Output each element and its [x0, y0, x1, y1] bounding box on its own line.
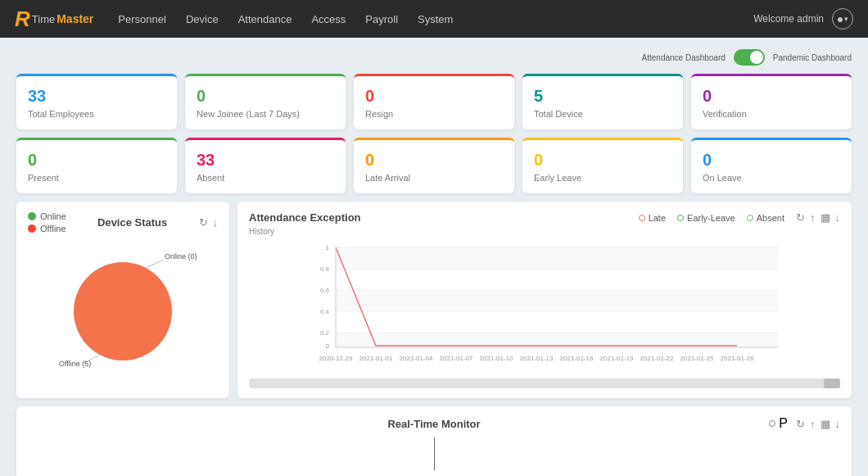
device-status-card: Online Offline Device Status ↻ ↓ — [16, 202, 229, 398]
scrollbar-thumb[interactable] — [824, 379, 840, 388]
offline-slice — [74, 262, 172, 360]
stat-value-verification: 0 — [703, 86, 840, 106]
stats-row-1: 33 Total Employees 0 New Joinee (Last 7 … — [16, 74, 852, 129]
stat-present[interactable]: 0 Present — [16, 138, 177, 193]
stat-label-resign: Resign — [365, 109, 503, 119]
band-2 — [336, 290, 778, 311]
y-label-2: 0.8 — [320, 265, 330, 273]
x-label-4: 2021-01-10 — [480, 355, 513, 362]
chart-icon-att[interactable]: ▦ — [821, 211, 830, 224]
stat-label-absent: Absent — [197, 173, 334, 183]
stat-value-present: 0 — [28, 150, 165, 170]
toggle-row: Attendance Dashboard Pandemic Dashboard — [16, 49, 852, 66]
stat-total-device[interactable]: 5 Total Device — [522, 74, 683, 129]
legend-online: Online — [28, 211, 66, 221]
device-legend: Online Offline — [28, 211, 66, 233]
offline-pie-label: Offline (5) — [59, 360, 91, 368]
device-status-header: Online Offline Device Status ↻ ↓ — [28, 211, 218, 233]
download-icon-att[interactable]: ↓ — [835, 211, 841, 224]
nav-personnel[interactable]: Personnel — [118, 11, 166, 27]
attendance-dashboard-label: Attendance Dashboard — [642, 53, 726, 62]
logo-r-icon: R — [15, 8, 30, 29]
stat-verification[interactable]: 0 Verification — [691, 74, 852, 129]
download-icon[interactable]: ↓ — [213, 216, 219, 229]
device-pie-chart: Online (0) Offline (5) — [49, 242, 197, 373]
logo-time-text: Time — [32, 13, 55, 25]
stat-label-new-joinee: New Joinee (Last 7 Days) — [197, 109, 334, 119]
offline-label: Offline — [40, 224, 66, 233]
monitor-line-container — [28, 437, 840, 470]
refresh-icon-monitor[interactable]: ↻ — [796, 418, 805, 430]
nav-access[interactable]: Access — [311, 11, 346, 27]
x-label-10: 2021-01-28 — [721, 355, 754, 362]
stat-resign[interactable]: 0 Resign — [354, 74, 514, 129]
legend-early-leave: Early-Leave — [677, 213, 735, 223]
upload-icon-att[interactable]: ↑ — [810, 211, 816, 224]
realtime-monitor-card: Real-Time Monitor P ↻ ↑ ▦ ↓ — [16, 406, 852, 476]
device-status-actions: ↻ ↓ — [199, 216, 219, 229]
stat-label-present: Present — [28, 173, 165, 183]
stat-value-on-leave: 0 — [703, 150, 840, 170]
stat-label-total-employees: Total Employees — [28, 109, 165, 119]
upload-icon-monitor[interactable]: ↑ — [810, 418, 816, 430]
band-1 — [336, 247, 778, 269]
refresh-icon-att[interactable]: ↻ — [796, 211, 805, 224]
charts-row: Online Offline Device Status ↻ ↓ — [16, 202, 852, 398]
stat-late-arrival[interactable]: 0 Late Arrival — [354, 138, 514, 193]
nav-payroll[interactable]: Payroll — [365, 11, 398, 27]
monitor-header: Real-Time Monitor P ↻ ↑ ▦ ↓ — [28, 416, 840, 431]
stat-label-total-device: Total Device — [534, 109, 671, 119]
monitor-actions: ↻ ↑ ▦ ↓ — [796, 418, 840, 430]
online-label: Online — [40, 211, 66, 221]
x-label-7: 2021-01-19 — [600, 355, 634, 362]
x-label-2: 2021-01-04 — [400, 355, 433, 362]
stat-new-joinee[interactable]: 0 New Joinee (Last 7 Days) — [185, 74, 346, 129]
monitor-dot — [769, 420, 775, 427]
nav-attendance[interactable]: Attendance — [238, 11, 292, 27]
attendance-exception-card: Attendance Exception Late Early-Leave — [237, 202, 852, 398]
x-label-6: 2021-01-16 — [560, 355, 594, 362]
nav-device[interactable]: Device — [186, 11, 219, 27]
navbar: R Time Master Personnel Device Attendanc… — [0, 0, 868, 38]
stat-total-employees[interactable]: 33 Total Employees — [16, 74, 177, 129]
y-label-6: 0 — [326, 342, 330, 350]
stat-label-late-arrival: Late Arrival — [365, 173, 503, 183]
offline-dot — [28, 224, 36, 233]
attendance-legend: Late Early-Leave Absent — [639, 213, 784, 223]
chart-icon-monitor[interactable]: ▦ — [821, 418, 830, 430]
monitor-title: Real-Time Monitor — [387, 418, 480, 430]
monitor-legend-label: P — [779, 416, 788, 431]
nav-system[interactable]: System — [418, 11, 453, 27]
x-label-5: 2021-01-13 — [520, 355, 554, 362]
x-label-3: 2021-01-07 — [440, 355, 473, 362]
welcome-text: Welcome admin — [753, 13, 824, 25]
user-menu-button[interactable]: ● ▾ — [832, 8, 853, 29]
online-pie-label: Online (0) — [165, 252, 197, 261]
early-legend-label: Early-Leave — [687, 213, 735, 223]
x-label-8: 2021-01-22 — [640, 355, 674, 362]
y-label-1: 1 — [326, 244, 330, 252]
user-icon: ● — [837, 12, 843, 25]
pandemic-dashboard-label: Pandemic Dashboard — [773, 53, 852, 62]
stat-value-new-joinee: 0 — [197, 86, 334, 106]
stat-value-early-leave: 0 — [534, 150, 671, 170]
attendance-actions: ↻ ↑ ▦ ↓ — [796, 211, 840, 224]
absent-dot — [747, 215, 753, 221]
stat-label-verification: Verification — [703, 109, 840, 119]
stat-early-leave[interactable]: 0 Early Leave — [522, 138, 683, 193]
refresh-icon[interactable]: ↻ — [199, 216, 208, 229]
caret-icon: ▾ — [844, 15, 848, 23]
legend-absent: Absent — [747, 213, 784, 223]
pie-chart-container: Online (0) Offline (5) — [28, 242, 218, 373]
stat-label-early-leave: Early Leave — [534, 173, 671, 183]
x-label-0: 2020-12-29 — [319, 355, 353, 362]
download-icon-monitor[interactable]: ↓ — [835, 418, 841, 430]
monitor-legend: P — [769, 416, 788, 431]
dashboard-toggle[interactable] — [734, 49, 765, 66]
stat-absent[interactable]: 33 Absent — [185, 138, 346, 193]
logo: R Time Master — [15, 8, 93, 29]
legend-late: Late — [639, 213, 666, 223]
chart-scrollbar[interactable] — [249, 379, 840, 388]
stat-on-leave[interactable]: 0 On Leave — [691, 138, 852, 193]
stat-value-total-employees: 33 — [28, 86, 165, 106]
